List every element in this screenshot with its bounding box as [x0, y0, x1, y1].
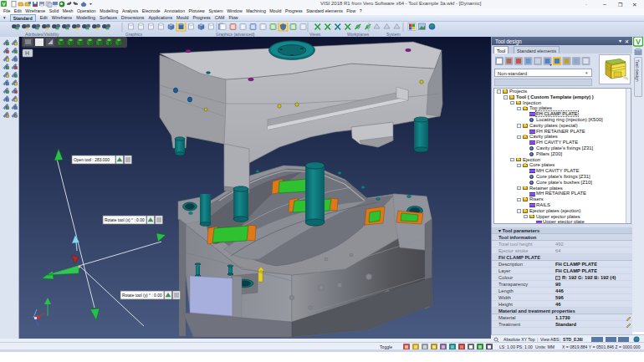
svg-text:V: V [3, 2, 6, 7]
svg-text:Rotate tool (y) ° : 0.00: Rotate tool (y) ° : 0.00 [122, 293, 162, 298]
svg-text:Open tool : 283.000: Open tool : 283.000 [74, 158, 110, 162]
svg-text:Rotate tool (x) ° : 0.00: Rotate tool (x) ° : 0.00 [105, 218, 145, 222]
svg-text:V: V [636, 38, 641, 46]
svg-text:H: H [25, 50, 29, 56]
